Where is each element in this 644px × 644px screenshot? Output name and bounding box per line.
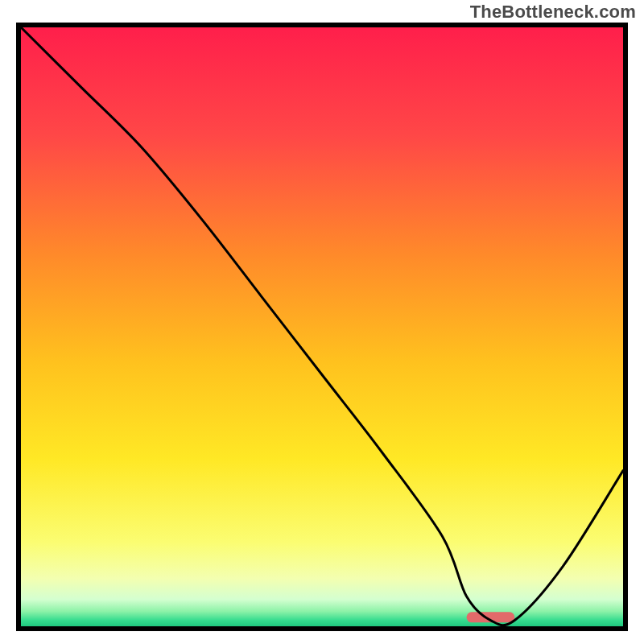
- plot-svg: [21, 27, 623, 626]
- watermark-text: TheBottleneck.com: [470, 2, 636, 23]
- chart-frame: TheBottleneck.com: [0, 0, 644, 644]
- plot-border: [16, 23, 628, 631]
